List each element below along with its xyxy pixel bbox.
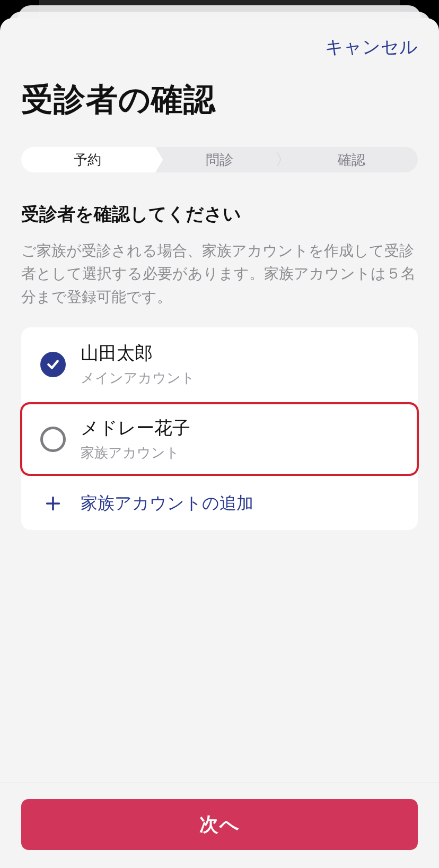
radio-unselected[interactable] xyxy=(40,427,66,452)
patient-name: メドレー花子 xyxy=(81,416,190,440)
chevron-right-icon: 〉 xyxy=(275,149,291,171)
cancel-button[interactable]: キャンセル xyxy=(325,35,418,59)
page-title: 受診者の確認 xyxy=(0,59,439,147)
check-icon xyxy=(46,358,60,371)
step-confirm: 確認 xyxy=(286,147,418,172)
radio-selected[interactable] xyxy=(40,352,66,377)
patient-sub: 家族アカウント xyxy=(81,444,190,462)
patient-sub: メインアカウント xyxy=(81,369,195,387)
step-label: 確認 xyxy=(338,151,365,169)
progress-stepper: 予約 問診 〉 確認 xyxy=(21,147,418,172)
topbar: キャンセル xyxy=(0,18,439,59)
section-description: ご家族が受診される場合、家族アカウントを作成して受診者として選択する必要がありま… xyxy=(0,239,439,327)
footer: 次へ xyxy=(0,783,439,868)
step-label: 予約 xyxy=(74,151,101,169)
add-family-label: 家族アカウントの追加 xyxy=(81,492,253,515)
patient-list: 山田太郎 メインアカウント メドレー花子 家族アカウント 家族アカウントの追加 xyxy=(21,327,418,530)
next-button[interactable]: 次へ xyxy=(21,799,418,850)
modal-sheet: キャンセル 受診者の確認 予約 問診 〉 確認 受診者を確認してください ご家族… xyxy=(0,18,439,868)
plus-icon xyxy=(40,491,66,516)
patient-row[interactable]: 山田太郎 メインアカウント xyxy=(21,327,418,401)
patient-name: 山田太郎 xyxy=(81,341,195,366)
step-reservation: 予約 xyxy=(21,147,153,172)
add-family-account[interactable]: 家族アカウントの追加 xyxy=(21,477,418,530)
patient-row[interactable]: メドレー花子 家族アカウント xyxy=(20,402,419,476)
step-label: 問診 xyxy=(206,151,233,169)
section-heading: 受診者を確認してください xyxy=(0,202,439,239)
step-questionnaire: 問診 〉 xyxy=(153,147,285,172)
